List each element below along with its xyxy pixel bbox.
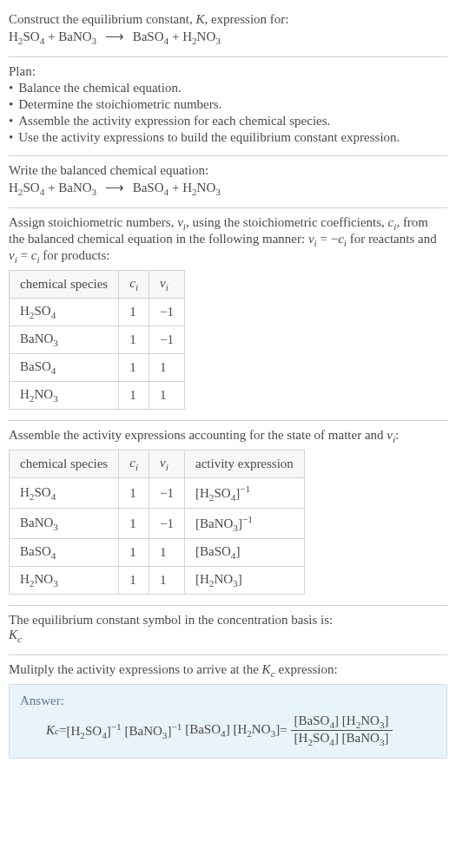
table-row: BaNO31−1[BaNO3]−1 <box>10 509 305 539</box>
bullet-icon: • <box>9 130 13 145</box>
arrow-icon: ⟶ <box>105 29 124 44</box>
divider <box>9 155 447 156</box>
cell-nu: 1 <box>149 539 185 567</box>
cell-c: 1 <box>119 382 149 410</box>
intro-section: Construct the equilibrium constant, K, e… <box>9 7 447 55</box>
plan-item-text: Determine the stoichiometric numbers. <box>18 97 221 112</box>
cell-species: H2NO3 <box>10 382 119 410</box>
plan-heading: Plan: <box>9 64 447 79</box>
plan-item: •Use the activity expressions to build t… <box>9 130 447 145</box>
plan-item: •Determine the stoichiometric numbers. <box>9 97 447 112</box>
bullet-icon: • <box>9 97 13 112</box>
table-row: BaNO31−1 <box>10 326 185 354</box>
answer-label: Answer: <box>20 694 436 708</box>
cell-c: 1 <box>119 478 149 509</box>
symbol-section: The equilibrium constant symbol in the c… <box>9 608 447 653</box>
table-row: H2SO41−1 <box>10 299 185 326</box>
cell-c: 1 <box>119 539 149 567</box>
plan-item-text: Assemble the activity expression for eac… <box>18 114 330 128</box>
divider <box>9 420 447 421</box>
balanced-heading: Write the balanced chemical equation: <box>9 163 447 178</box>
cell-nu: −1 <box>149 326 185 354</box>
cell-species: BaNO3 <box>10 326 119 354</box>
cell-nu: 1 <box>149 382 185 410</box>
balanced-equation: H2SO4 + BaNO3 ⟶ BaSO4 + H2NO3 <box>9 180 447 197</box>
col-nui: νi <box>149 450 185 478</box>
table-row: BaSO411[BaSO4] <box>10 539 305 567</box>
cell-activity: [BaSO4] <box>184 539 304 567</box>
cell-species: H2SO4 <box>10 299 119 326</box>
activity-heading: Assemble the activity expressions accoun… <box>9 428 447 444</box>
cell-nu: 1 <box>149 354 185 382</box>
plan-item-text: Balance the chemical equation. <box>18 81 181 95</box>
cell-c: 1 <box>119 299 149 326</box>
intro-text: Construct the equilibrium constant, K, e… <box>9 12 447 27</box>
bullet-icon: • <box>9 81 13 95</box>
plan-list: •Balance the chemical equation. •Determi… <box>9 81 447 145</box>
cell-species: BaSO4 <box>10 539 119 567</box>
cell-activity: [H2SO4]−1 <box>184 478 304 509</box>
cell-species: BaNO3 <box>10 509 119 539</box>
divider <box>9 207 447 208</box>
symbol-text: The equilibrium constant symbol in the c… <box>9 613 447 628</box>
stoichiometry-table: chemical species ci νi H2SO41−1 BaNO31−1… <box>9 270 185 410</box>
cell-c: 1 <box>119 326 149 354</box>
table-header-row: chemical species ci νi <box>10 271 185 299</box>
bullet-icon: • <box>9 114 13 128</box>
table-row: H2NO311[H2NO3] <box>10 567 305 595</box>
fraction: [BaSO4] [H2NO3] [H2SO4] [BaNO3] <box>291 713 393 747</box>
arrow-icon: ⟶ <box>105 180 124 195</box>
answer-equation: Kc = [H2SO4]−1 [BaNO3]−1 [BaSO4] [H2NO3]… <box>20 713 436 747</box>
intro-equation: H2SO4 + BaNO3 ⟶ BaSO4 + H2NO3 <box>9 29 447 46</box>
cell-activity: [BaNO3]−1 <box>184 509 304 539</box>
divider <box>9 654 447 655</box>
balanced-section: Write the balanced chemical equation: H2… <box>9 158 447 206</box>
table-row: H2NO311 <box>10 382 185 410</box>
cell-c: 1 <box>119 567 149 595</box>
k-symbol: K <box>195 12 204 26</box>
multiply-text: Mulitply the activity expressions to arr… <box>9 662 447 679</box>
cell-species: H2NO3 <box>10 567 119 595</box>
cell-c: 1 <box>119 509 149 539</box>
fraction-denominator: [H2SO4] [BaNO3] <box>291 730 393 747</box>
cell-c: 1 <box>119 354 149 382</box>
cell-species: H2SO4 <box>10 478 119 509</box>
plan-item: •Assemble the activity expression for ea… <box>9 114 447 128</box>
col-species: chemical species <box>10 271 119 299</box>
fraction-numerator: [BaSO4] [H2NO3] <box>291 713 393 730</box>
table-row: BaSO411 <box>10 354 185 382</box>
divider <box>9 605 447 606</box>
divider <box>9 56 447 57</box>
assign-section: Assign stoichiometric numbers, νi, using… <box>9 210 447 418</box>
intro-text-b: , expression for: <box>204 12 288 26</box>
kc-symbol: Kc <box>9 628 447 644</box>
plan-section: Plan: •Balance the chemical equation. •D… <box>9 59 447 154</box>
cell-nu: −1 <box>149 509 185 539</box>
col-ci: ci <box>119 271 149 299</box>
plan-item: •Balance the chemical equation. <box>9 81 447 95</box>
assign-text: Assign stoichiometric numbers, νi, using… <box>9 215 447 265</box>
answer-box: Answer: Kc = [H2SO4]−1 [BaNO3]−1 [BaSO4]… <box>9 684 447 759</box>
activity-table: chemical species ci νi activity expressi… <box>9 450 305 595</box>
col-activity: activity expression <box>184 450 304 478</box>
cell-activity: [H2NO3] <box>184 567 304 595</box>
col-ci: ci <box>119 450 149 478</box>
col-nui: νi <box>149 271 185 299</box>
table-row: H2SO41−1[H2SO4]−1 <box>10 478 305 509</box>
activity-section: Assemble the activity expressions accoun… <box>9 423 447 603</box>
col-species: chemical species <box>10 450 119 478</box>
cell-nu: 1 <box>149 567 185 595</box>
plan-item-text: Use the activity expressions to build th… <box>18 130 400 145</box>
multiply-section: Mulitply the activity expressions to arr… <box>9 657 447 767</box>
intro-text-a: Construct the equilibrium constant, <box>9 12 195 26</box>
cell-species: BaSO4 <box>10 354 119 382</box>
cell-nu: −1 <box>149 478 185 509</box>
cell-nu: −1 <box>149 299 185 326</box>
table-header-row: chemical species ci νi activity expressi… <box>10 450 305 478</box>
